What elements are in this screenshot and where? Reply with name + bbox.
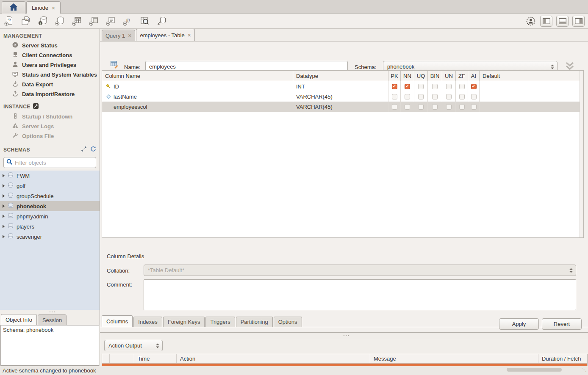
schema-icon bbox=[8, 233, 14, 240]
sidebar-splitter[interactable] bbox=[0, 310, 100, 314]
schema-item-scavenger[interactable]: scavenger bbox=[0, 232, 100, 242]
toggle-right-panel-button[interactable] bbox=[572, 16, 585, 27]
schema-item-phpmyadmin[interactable]: phpmyadmin bbox=[0, 211, 100, 221]
expander-icon[interactable] bbox=[3, 204, 5, 208]
close-tab-icon[interactable]: × bbox=[128, 33, 131, 39]
name-label: Name: bbox=[124, 64, 140, 70]
checkbox-nn[interactable] bbox=[405, 104, 410, 110]
column-diamond-icon bbox=[105, 94, 112, 99]
checkbox-zf[interactable] bbox=[459, 94, 465, 99]
expander-icon[interactable] bbox=[3, 174, 5, 177]
horizontal-scrollbar-thumb[interactable] bbox=[507, 368, 562, 372]
sidebar-item-data-import[interactable]: Data Import/Restore bbox=[0, 89, 100, 99]
checkbox-un[interactable] bbox=[446, 94, 452, 99]
revert-button[interactable]: Revert bbox=[542, 318, 582, 330]
refresh-schemas-icon[interactable] bbox=[90, 146, 96, 153]
checkbox-uq[interactable] bbox=[418, 104, 424, 110]
editor-tab-strip: Query 1 × employees - Table × bbox=[100, 29, 588, 41]
main-panel: Query 1 × employees - Table × Name: Sche… bbox=[100, 29, 588, 366]
comment-textarea[interactable] bbox=[144, 279, 576, 310]
expander-icon[interactable] bbox=[3, 194, 5, 198]
toggle-left-panel-button[interactable] bbox=[540, 16, 552, 27]
reconnect-dbms-icon[interactable] bbox=[156, 15, 167, 27]
sidebar-item-system-variables[interactable]: Status and System Variables bbox=[0, 70, 100, 80]
apply-button[interactable]: Apply bbox=[499, 318, 539, 330]
create-function-icon[interactable]: f() bbox=[122, 15, 133, 27]
apply-bar: Apply Revert bbox=[100, 315, 588, 333]
checkbox-bin[interactable] bbox=[432, 104, 438, 110]
sidebar: MANAGEMENT Server Status Client Connecti… bbox=[0, 29, 100, 366]
open-sql-script-icon[interactable]: SQL bbox=[20, 15, 32, 27]
checkbox-pk[interactable] bbox=[392, 84, 397, 89]
checkbox-bin[interactable] bbox=[432, 84, 438, 89]
column-row-lastname[interactable]: lastName VARCHAR(45) bbox=[102, 91, 583, 102]
tab-query-1[interactable]: Query 1 × bbox=[102, 30, 135, 41]
output-splitter[interactable] bbox=[100, 333, 588, 339]
columns-grid: Column Name Datatype PK NN UQ BIN UN ZF … bbox=[102, 70, 584, 238]
close-tab-icon[interactable]: × bbox=[52, 5, 55, 11]
sidebar-item-server-status[interactable]: Server Status bbox=[0, 41, 100, 50]
new-query-tab-icon[interactable]: SQL bbox=[3, 15, 15, 27]
checkbox-bin[interactable] bbox=[432, 94, 438, 99]
schema-item-groupschedule[interactable]: groupSchedule bbox=[0, 191, 100, 201]
checkbox-un[interactable] bbox=[446, 104, 452, 110]
schema-list: FWM golf groupSchedule phonebook phpmyad… bbox=[0, 171, 100, 310]
checkbox-ai[interactable] bbox=[471, 94, 477, 99]
schemas-section-title: SCHEMAS bbox=[3, 147, 81, 153]
output-type-select[interactable]: Action Output bbox=[104, 340, 163, 351]
schema-select-value: phonebook bbox=[387, 63, 414, 70]
client-connections-icon bbox=[12, 51, 19, 59]
schema-icon bbox=[8, 223, 14, 230]
create-schema-icon[interactable] bbox=[54, 15, 66, 27]
sidebar-item-data-export[interactable]: Data Export bbox=[0, 80, 100, 89]
checkbox-ai[interactable] bbox=[471, 104, 477, 110]
spinner-icon bbox=[569, 268, 573, 273]
grid-vertical-scrollbar[interactable] bbox=[580, 71, 583, 237]
object-info-text: Schema: phonebook bbox=[3, 327, 53, 333]
schema-icon bbox=[8, 172, 14, 179]
checkbox-nn[interactable] bbox=[405, 84, 410, 89]
action-output-panel: Action Output Time Action Message Durati… bbox=[100, 339, 588, 366]
sidebar-item-client-connections[interactable]: Client Connections bbox=[0, 50, 100, 60]
checkbox-uq[interactable] bbox=[418, 84, 424, 89]
create-procedure-icon[interactable] bbox=[105, 15, 116, 27]
expand-schemas-icon[interactable] bbox=[81, 146, 87, 153]
expander-icon[interactable] bbox=[3, 225, 5, 228]
action-output-grid: Time Action Message Duration / Fetch bbox=[102, 354, 588, 366]
schema-icon bbox=[8, 182, 14, 189]
schema-item-players[interactable]: players bbox=[0, 221, 100, 232]
checkbox-zf[interactable] bbox=[459, 84, 465, 89]
schema-item-fwm[interactable]: FWM bbox=[0, 171, 100, 181]
home-tab[interactable] bbox=[2, 1, 25, 14]
toggle-bottom-panel-button[interactable] bbox=[556, 16, 569, 27]
sidebar-item-users-privileges[interactable]: Users and Privileges bbox=[0, 60, 100, 70]
checkbox-uq[interactable] bbox=[418, 94, 424, 99]
expander-icon[interactable] bbox=[3, 235, 5, 238]
schema-item-golf[interactable]: golf bbox=[0, 181, 100, 191]
checkbox-pk[interactable] bbox=[392, 94, 397, 99]
connection-tab[interactable]: Linode × bbox=[26, 1, 61, 14]
status-message: Active schema changed to phonebook bbox=[3, 367, 96, 374]
users-privileges-icon bbox=[12, 61, 19, 69]
svg-text:i: i bbox=[40, 22, 41, 25]
schema-filter-input[interactable] bbox=[15, 160, 93, 166]
tab-session[interactable]: Session bbox=[38, 314, 67, 325]
checkbox-un[interactable] bbox=[446, 84, 452, 89]
expander-icon[interactable] bbox=[3, 184, 5, 188]
close-tab-icon[interactable]: × bbox=[188, 32, 191, 38]
column-row-id[interactable]: ID INT bbox=[102, 81, 583, 91]
column-row-employeescol[interactable]: employeescol VARCHAR(45) bbox=[102, 102, 583, 112]
create-table-icon[interactable] bbox=[71, 15, 83, 27]
collation-select[interactable]: *Table Default* bbox=[144, 265, 576, 276]
schema-item-phonebook[interactable]: phonebook bbox=[0, 201, 100, 211]
database-info-icon[interactable]: i bbox=[37, 15, 49, 27]
tab-object-info[interactable]: Object Info bbox=[1, 314, 37, 325]
search-table-data-icon[interactable] bbox=[139, 15, 150, 27]
tab-employees-table[interactable]: employees - Table × bbox=[136, 29, 194, 41]
create-view-icon[interactable] bbox=[88, 15, 100, 27]
checkbox-pk[interactable] bbox=[392, 104, 397, 110]
expander-icon[interactable] bbox=[3, 215, 5, 218]
checkbox-ai[interactable] bbox=[471, 84, 477, 89]
checkbox-nn[interactable] bbox=[405, 94, 410, 99]
checkbox-zf[interactable] bbox=[459, 104, 465, 110]
